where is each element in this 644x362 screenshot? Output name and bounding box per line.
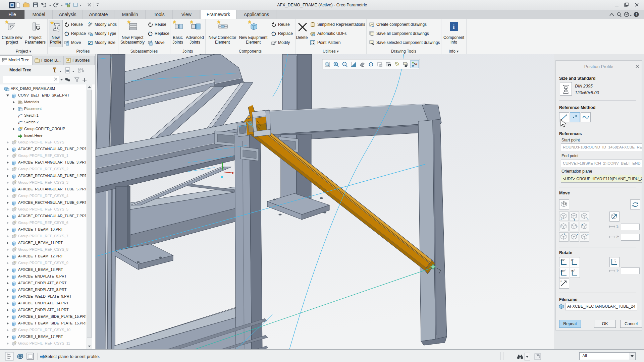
svg-text:1:: 1: — [616, 225, 619, 229]
svg-text:K: K — [560, 280, 562, 283]
svg-text:90°: 90° — [571, 269, 575, 272]
svg-text:0°: 0° — [571, 258, 574, 261]
svg-text:2:: 2: — [616, 235, 619, 239]
svg-text:-90°: -90° — [560, 258, 565, 261]
svg-text:1:: 1: — [616, 269, 619, 273]
svg-text:i: i — [453, 23, 454, 30]
svg-text:?: ? — [635, 13, 638, 17]
svg-text:°: ° — [614, 259, 615, 262]
svg-text:180°: 180° — [560, 269, 566, 272]
